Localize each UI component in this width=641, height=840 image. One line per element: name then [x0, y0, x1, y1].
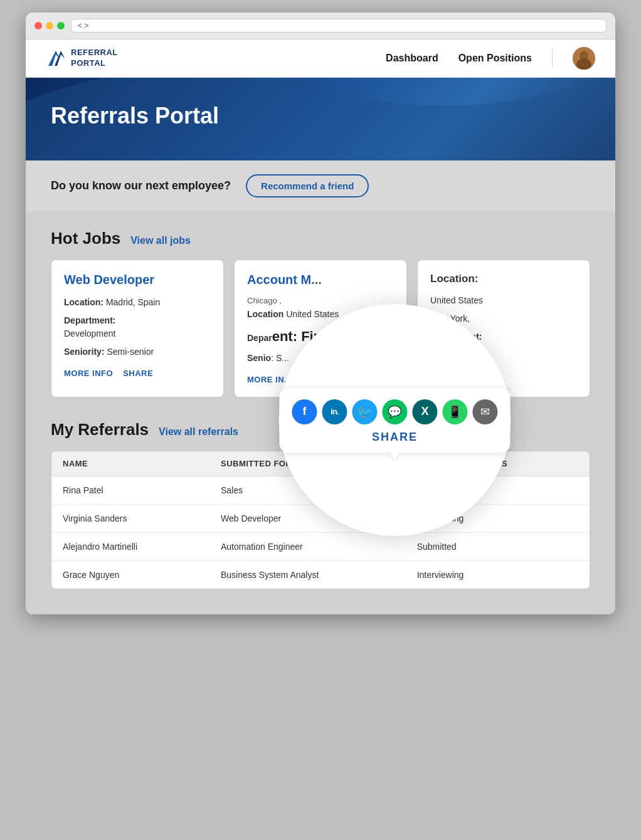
more-info-button-third[interactable]: MORE INFO	[430, 372, 479, 381]
page-title: Referrals Portal	[51, 103, 590, 129]
hot-jobs-header: Hot Jobs View all jobs	[51, 229, 590, 248]
logo-text: REFERRAL PORTAL	[71, 48, 118, 69]
table-row: Rina PatelSalesScreening	[51, 476, 590, 505]
col-name: NAME	[51, 451, 209, 476]
table-row: Virginia SandersWeb DeveloperInterviewin…	[51, 505, 590, 533]
share-popup: f in. 🐦 💬	[279, 388, 510, 453]
hot-jobs-title: Hot Jobs	[51, 229, 120, 248]
table-row: Alejandro MartinelliAutomation EngineerS…	[51, 533, 590, 561]
nav-link-open-positions[interactable]: Open Positions	[458, 53, 532, 64]
view-all-referrals-link[interactable]: View all referrals	[159, 426, 238, 438]
cell-status: Interviewing	[406, 505, 590, 533]
more-info-button-web-developer[interactable]: MORE INFO	[64, 369, 113, 378]
job-seniority-web-developer: Seniority: Semi-senior	[64, 345, 211, 359]
cell-name: Virginia Sanders	[51, 505, 209, 533]
cell-name: Grace Nguyen	[51, 561, 209, 589]
main-content: Hot Jobs View all jobs Web Developer Loc…	[26, 211, 615, 614]
logo: REFERRAL PORTAL	[46, 48, 118, 69]
job-title-account-manager: Account M...	[247, 273, 394, 287]
job-location-city-third: New York,	[430, 312, 577, 325]
recommend-text: Do you know our next employee?	[51, 179, 231, 192]
job-location-am: Location United States	[247, 308, 394, 321]
wechat-share-icon[interactable]: 💬	[382, 399, 407, 424]
nav-bar: REFERRAL PORTAL Dashboard Open Positions	[26, 39, 615, 78]
cell-status: Interviewing	[406, 561, 590, 589]
recommend-banner: Do you know our next employee? Recommend…	[26, 160, 615, 211]
col-submission-status: SUBMISSION STATUS	[406, 451, 590, 476]
job-location-web-developer: Location: Madrid, Spain	[64, 296, 211, 309]
share-popup-arrow	[389, 453, 400, 460]
job-department-am: Deparent: Finance	[247, 326, 394, 347]
xing-share-icon[interactable]: X	[412, 399, 437, 424]
job-actions-web-developer: MORE INFO SHARE	[64, 369, 211, 378]
share-icons-row: f in. 🐦 💬	[292, 399, 497, 424]
twitter-share-icon[interactable]: 🐦	[352, 399, 377, 424]
job-title-third: Location:	[430, 273, 577, 285]
cell-submitted_for: Automation Engineer	[209, 533, 406, 561]
nav-divider	[552, 50, 553, 67]
job-location-city-am: Chicago ,	[247, 296, 394, 305]
cell-submitted_for: Web Developer	[209, 505, 406, 533]
minimize-button[interactable]	[46, 22, 53, 29]
job-department-label-third: Department:	[430, 330, 577, 344]
browser-window: < > REFERRAL PORTAL Dashboard Open Posit…	[26, 13, 615, 614]
share-button-am[interactable]: SHARE	[302, 375, 332, 384]
cell-status: Screening	[406, 476, 590, 505]
cell-status: Submitted	[406, 533, 590, 561]
linkedin-share-icon[interactable]: in.	[322, 399, 347, 424]
cell-name: Alejandro Martinelli	[51, 533, 209, 561]
nav-link-dashboard[interactable]: Dashboard	[386, 53, 438, 64]
nav-links: Dashboard Open Positions	[386, 47, 595, 70]
facebook-share-icon[interactable]: f	[292, 399, 317, 424]
address-text: < >	[78, 21, 88, 30]
col-submitted-for: SUBMITTED FOR	[209, 451, 406, 476]
maximize-button[interactable]	[57, 22, 65, 29]
my-referrals-title: My Referrals	[51, 420, 149, 439]
address-bar[interactable]: < >	[71, 19, 607, 33]
jobs-grid: Web Developer Location: Madrid, Spain De…	[51, 260, 590, 397]
job-card-third: Location: United States New York, Depart…	[417, 260, 590, 397]
hot-jobs-section: Hot Jobs View all jobs Web Developer Loc…	[51, 229, 590, 397]
whatsapp-share-icon[interactable]: 📱	[442, 399, 467, 424]
recommend-button[interactable]: Recommend a friend	[246, 174, 369, 197]
job-seniority-third: Se...nior	[430, 349, 577, 362]
browser-traffic-lights	[34, 22, 65, 29]
job-department-web-developer: Department:Development	[64, 314, 211, 340]
job-card-web-developer: Web Developer Location: Madrid, Spain De…	[51, 260, 224, 397]
cell-submitted_for: Sales	[209, 476, 406, 505]
cell-name: Rina Patel	[51, 476, 209, 505]
table-row: Grace NguyenBusiness System AnalystInter…	[51, 561, 590, 589]
hero-banner: Referrals Portal	[26, 78, 615, 160]
share-button-web-developer[interactable]: SHARE	[123, 369, 153, 378]
browser-chrome: < >	[26, 13, 615, 39]
close-button[interactable]	[34, 22, 42, 29]
job-actions-am: MORE IN... SHARE	[247, 375, 394, 384]
more-info-button-am[interactable]: MORE IN...	[247, 375, 292, 384]
job-actions-third: MORE INFO	[430, 372, 577, 381]
job-location-third: United States	[430, 294, 577, 307]
job-seniority-am: Senio: S...	[247, 352, 394, 365]
view-all-jobs-link[interactable]: View all jobs	[130, 235, 191, 246]
logo-icon	[46, 48, 66, 68]
referrals-table: NAME SUBMITTED FOR SUBMISSION STATUS Rin…	[51, 451, 590, 589]
job-title-web-developer: Web Developer	[64, 273, 211, 287]
share-label: SHARE	[372, 431, 418, 444]
avatar[interactable]	[573, 47, 595, 70]
job-card-account-manager: Account M... Chicago , Location United S…	[234, 260, 407, 397]
cell-submitted_for: Business System Analyst	[209, 561, 406, 589]
email-share-icon[interactable]: ✉	[472, 399, 497, 424]
